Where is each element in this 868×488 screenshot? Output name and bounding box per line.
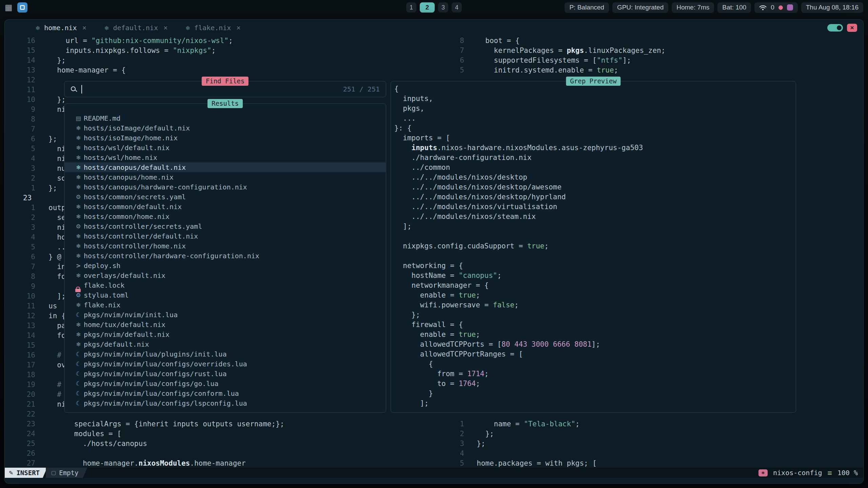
workspace-1-button[interactable]: 1 — [406, 2, 416, 13]
preview-line: ../../modules/nixos/desktop — [394, 172, 794, 182]
workspace-2-button[interactable]: 2 — [420, 2, 435, 13]
file-name: hosts/isoImage/default.nix — [84, 124, 190, 132]
file-name: pkgs/nvim/nvim/lua/plugins/init.lua — [84, 350, 226, 358]
file-result[interactable]: hosts/common/home.nix — [65, 211, 386, 221]
telescope-prompt[interactable]: Find Files 251 / 251 — [64, 81, 386, 97]
file-result[interactable]: pkgs/nvim/nvim/lua/configs/conform.lua — [65, 388, 386, 398]
line-number: 1 — [12, 183, 35, 193]
tab-close-icon[interactable] — [163, 24, 168, 32]
nix-file-icon — [73, 154, 84, 161]
file-name: deploy.sh — [84, 262, 120, 270]
file-result[interactable]: overlays/default.nix — [65, 270, 386, 280]
code-line: 1 name = "Tela-black"; — [442, 419, 863, 429]
tab-label: flake.nix — [194, 24, 231, 32]
code-line: 5 initrd.systemd.enable = true; — [442, 65, 863, 75]
line-number: 23 — [12, 193, 35, 203]
file-result[interactable]: home/tux/default.nix — [65, 320, 386, 329]
file-icon: ▢ — [51, 470, 56, 476]
file-result[interactable]: hosts/common/default.nix — [65, 202, 386, 211]
command-line — [5, 478, 863, 483]
results-list: README.mdhosts/isoImage/default.nixhosts… — [65, 113, 386, 408]
tab-label: home.nix — [44, 24, 77, 32]
search-icon — [71, 86, 77, 93]
file-result[interactable]: pkgs/nvim/nvim/lua/configs/lspconfig.lua — [65, 398, 386, 408]
nix-icon — [35, 24, 40, 32]
toggle-pill-button[interactable] — [827, 24, 843, 32]
tab-home-nix[interactable]: home.nix — [30, 24, 92, 32]
tab-default-nix[interactable]: default.nix — [99, 24, 173, 32]
file-result[interactable]: hosts/controller/secrets.yaml — [65, 221, 386, 231]
tab-close-icon[interactable] — [82, 24, 87, 32]
file-result[interactable]: pkgs/nvim/nvim/lua/plugins/init.lua — [65, 349, 386, 359]
file-result[interactable]: stylua.toml — [65, 290, 386, 300]
file-result[interactable]: hosts/controller/default.nix — [65, 231, 386, 241]
preview-line — [394, 251, 794, 261]
tab-close-icon[interactable] — [236, 24, 241, 32]
file-result[interactable]: pkgs/nvim/nvim/lua/configs/go.lua — [65, 379, 386, 388]
preview-line: imports = [ — [394, 133, 794, 143]
file-result[interactable]: deploy.sh — [65, 261, 386, 270]
line-number: 12 — [12, 75, 35, 85]
file-result[interactable]: hosts/wsl/home.nix — [65, 152, 386, 162]
file-result[interactable]: hosts/isoImage/default.nix — [65, 123, 386, 133]
line-number: 8 — [442, 36, 464, 46]
app-badge-icon[interactable] — [17, 2, 27, 13]
line-number: 4 — [12, 232, 35, 242]
preview-line: ]; — [394, 399, 794, 408]
line-number: 3 — [442, 439, 464, 449]
repo-icon — [758, 469, 768, 476]
line-number: 6 — [12, 252, 35, 262]
file-name: README.md — [84, 114, 120, 122]
file-result[interactable]: hosts/common/secrets.yaml — [65, 192, 386, 202]
preview-line: wifi.powersave = false; — [394, 300, 794, 310]
workspace-3-button[interactable]: 3 — [438, 2, 448, 13]
tray-app-icon[interactable] — [787, 4, 793, 11]
file-name: home/tux/default.nix — [84, 321, 165, 329]
ping-module: Home: 7ms — [672, 2, 714, 13]
file-result[interactable]: pkgs/nvim/default.nix — [65, 329, 386, 339]
apps-grid-icon[interactable]: ▦ — [5, 3, 13, 12]
file-result[interactable]: hosts/canopus/home.nix — [65, 172, 386, 182]
workspace-4-button[interactable]: 4 — [452, 2, 462, 13]
close-window-button[interactable] — [847, 24, 857, 32]
file-result[interactable]: pkgs/default.nix — [65, 339, 386, 349]
file-name: hosts/isoImage/home.nix — [84, 134, 178, 142]
file-result[interactable]: hosts/controller/home.nix — [65, 241, 386, 251]
preview-line: }: { — [394, 123, 794, 133]
file-result[interactable]: pkgs/nvim/nvim/lua/configs/rust.lua — [65, 369, 386, 379]
system-top-bar: ▦ 1 2 3 4 P: Balanced GPU: Integrated Ho… — [0, 0, 868, 15]
terminal-window: home.nix default.nix flake.nix 16 url = … — [4, 19, 864, 484]
preview-line: allowedTCPPorts = [80 443 3000 6666 8081… — [394, 340, 794, 349]
line-number: 5 — [12, 242, 35, 252]
file-result[interactable]: flake.nix — [65, 300, 386, 310]
tab-flake-nix[interactable]: flake.nix — [180, 24, 246, 32]
tab-label: default.nix — [113, 24, 158, 32]
file-result[interactable]: hosts/isoImage/home.nix — [65, 133, 386, 143]
file-result[interactable]: flake.lock — [65, 280, 386, 290]
line-number: 13 — [12, 65, 35, 75]
nix-file-icon — [73, 272, 84, 279]
file-result[interactable]: hosts/canopus/default.nix — [65, 162, 386, 172]
file-result[interactable]: hosts/canopus/hardware-configuration.nix — [65, 182, 386, 192]
file-result[interactable]: hosts/controller/hardware-configuration.… — [65, 251, 386, 261]
preview-line: inputs, — [394, 94, 794, 104]
file-name: hosts/controller/home.nix — [84, 242, 186, 250]
file-result[interactable]: README.md — [65, 113, 386, 123]
nix-file-icon — [73, 243, 84, 249]
tray-module[interactable]: 0 — [754, 2, 798, 13]
pencil-icon: ✎ — [9, 470, 13, 476]
code-line: 16 url = "github:nix-community/nixos-wsl… — [12, 36, 437, 46]
file-name: hosts/common/home.nix — [84, 212, 170, 221]
nix-file-icon — [73, 125, 84, 131]
preview-line: ./hardware-configuration.nix — [394, 153, 794, 163]
file-result[interactable]: pkgs/nvim/nvim/init.lua — [65, 310, 386, 320]
lua-file-icon — [73, 370, 84, 377]
telescope-results: Results README.mdhosts/isoImage/default.… — [64, 103, 386, 413]
file-result[interactable]: pkgs/nvim/nvim/lua/configs/overrides.lua — [65, 359, 386, 369]
mode-label: INSERT — [16, 469, 40, 476]
file-name: overlays/default.nix — [84, 271, 165, 280]
file-status-label: Empty — [59, 469, 78, 476]
file-result[interactable]: hosts/wsl/default.nix — [65, 143, 386, 152]
workspace-switcher: 1 2 3 4 — [406, 2, 462, 13]
preview-line: enable = true; — [394, 290, 794, 300]
